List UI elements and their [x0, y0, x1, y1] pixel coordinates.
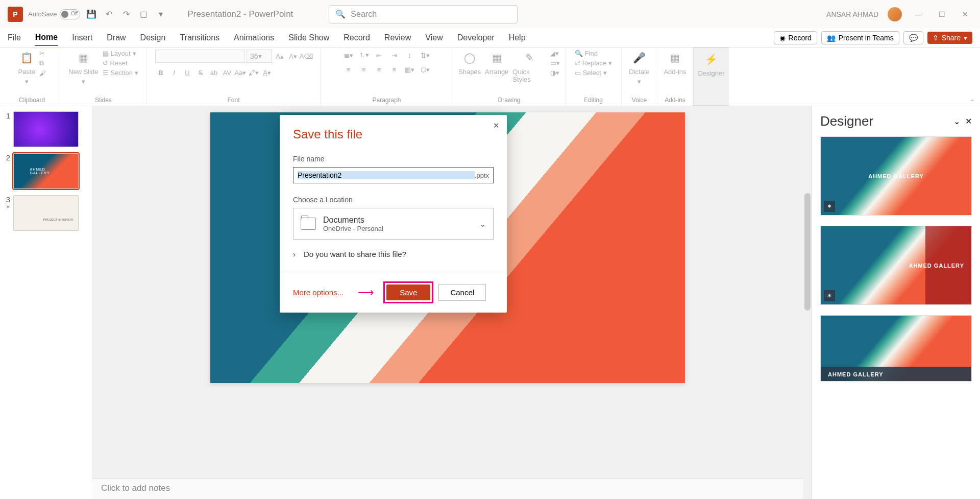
line-spacing-icon[interactable]: ↕ [404, 50, 415, 61]
copy-button[interactable]: ⧉ [39, 59, 46, 67]
user-name[interactable]: ANSAR AHMAD [826, 10, 878, 18]
search-input[interactable]: 🔍 Search [329, 5, 518, 23]
designer-button[interactable]: ⚡Designer [698, 51, 724, 77]
cancel-button[interactable]: Cancel [438, 284, 486, 301]
smartart-icon[interactable]: ⬡▾ [420, 64, 431, 75]
notes-input[interactable]: Click to add notes [92, 479, 803, 499]
tab-developer[interactable]: Developer [457, 30, 495, 45]
thumbnail-row[interactable]: 3 ✶ PROJECT INTERIOR [3, 195, 89, 231]
tab-file[interactable]: File [8, 30, 21, 45]
quick-styles-button[interactable]: ✎Quick Styles [512, 50, 546, 83]
location-picker[interactable]: Documents OneDrive - Personal ⌄ [293, 208, 494, 240]
scroll-thumb[interactable] [804, 193, 811, 311]
autosave-toggle[interactable]: AutoSave [28, 9, 80, 19]
section-button[interactable]: ☰ Section ▾ [103, 69, 138, 77]
new-slide-button[interactable]: ▦New Slide▾ [68, 50, 99, 85]
design-suggestion-2[interactable]: AHMED GALLERY ✶ [820, 226, 972, 305]
minimize-icon[interactable]: — [911, 10, 925, 18]
more-options-link[interactable]: More options... [293, 288, 344, 297]
close-icon[interactable]: ✕ [958, 10, 972, 18]
shape-fill-button[interactable]: ◢▾ [550, 50, 560, 57]
justify-icon[interactable]: ≡ [389, 64, 400, 75]
spacing-button[interactable]: AV [222, 67, 233, 78]
slide-thumbnail-3[interactable]: PROJECT INTERIOR [13, 195, 79, 231]
slide-thumbnail-1[interactable] [13, 111, 79, 147]
comments-button[interactable]: 💬 [903, 31, 923, 44]
cut-button[interactable]: ✂ [39, 50, 46, 57]
indent-inc-icon[interactable]: ⇥ [389, 50, 400, 61]
filename-input[interactable] [298, 171, 475, 179]
toggle-off-icon[interactable] [60, 9, 80, 19]
thumbnail-row[interactable]: 1 [3, 111, 89, 147]
tab-slideshow[interactable]: Slide Show [288, 30, 329, 45]
chevron-down-icon[interactable]: ⌄ [953, 116, 960, 126]
shadow-button[interactable]: ab [208, 67, 219, 78]
close-dialog-icon[interactable]: ✕ [493, 121, 500, 130]
tab-insert[interactable]: Insert [72, 30, 92, 45]
case-button[interactable]: Aa▾ [235, 67, 246, 78]
vertical-scrollbar[interactable] [803, 106, 812, 499]
close-pane-icon[interactable]: ✕ [965, 116, 972, 126]
paste-button[interactable]: 📋Paste▾ [18, 50, 35, 85]
tab-transitions[interactable]: Transitions [180, 30, 219, 45]
save-button[interactable]: Save [386, 284, 430, 300]
share-expander[interactable]: › Do you want to share this file? [293, 250, 494, 258]
italic-button[interactable]: I [168, 67, 180, 78]
record-button[interactable]: ◉ Record [774, 31, 817, 44]
tab-review[interactable]: Review [384, 30, 411, 45]
font-color-button[interactable]: A▾ [261, 67, 273, 78]
save-icon[interactable]: 💾 [85, 9, 97, 19]
find-button[interactable]: 🔍 Find [575, 50, 612, 57]
decrease-font-icon[interactable]: A▾ [287, 51, 299, 62]
align-center-icon[interactable]: ≡ [358, 64, 370, 75]
undo-icon[interactable]: ↶ [103, 9, 115, 19]
numbering-icon[interactable]: ⒈▾ [358, 50, 370, 61]
slideshow-icon[interactable]: ▢ [137, 9, 150, 19]
font-size-combo[interactable]: 36▾ [247, 50, 272, 63]
collapse-ribbon-icon[interactable]: ⌄ [970, 96, 975, 103]
filename-field[interactable]: .pptx [293, 167, 494, 183]
redo-icon[interactable]: ↷ [120, 9, 132, 19]
qat-more-icon[interactable]: ▾ [155, 9, 167, 19]
present-teams-button[interactable]: 👥 Present in Teams [821, 31, 899, 44]
arrange-button[interactable]: ▦Arrange [485, 50, 508, 76]
strike-button[interactable]: S̶ [195, 67, 206, 78]
align-right-icon[interactable]: ≡ [374, 64, 385, 75]
text-direction-icon[interactable]: ⇅▾ [420, 50, 431, 61]
columns-icon[interactable]: ▥▾ [404, 64, 415, 75]
design-suggestion-1[interactable]: AHMED GALLERY ✶ [820, 136, 972, 216]
addins-button[interactable]: ▦Add-ins [664, 50, 686, 76]
dictate-button[interactable]: 🎤Dictate▾ [629, 50, 649, 85]
file-extension[interactable]: .pptx [475, 172, 489, 179]
design-suggestion-3[interactable]: AHMED GALLERY [820, 315, 972, 382]
clear-format-icon[interactable]: A⌫ [301, 51, 312, 62]
tab-help[interactable]: Help [509, 30, 526, 45]
thumbnail-row[interactable]: 2 AHMED GALLERY [3, 153, 89, 189]
align-left-icon[interactable]: ≡ [343, 64, 354, 75]
select-button[interactable]: ▭ Select ▾ [575, 69, 612, 77]
font-family-combo[interactable] [155, 50, 244, 63]
shapes-button[interactable]: ◯Shapes [458, 50, 481, 76]
replace-button[interactable]: ⇄ Replace ▾ [575, 59, 612, 67]
share-button[interactable]: ⇪ Share ▾ [927, 32, 972, 44]
tab-design[interactable]: Design [140, 30, 166, 45]
avatar[interactable] [888, 7, 902, 21]
indent-dec-icon[interactable]: ⇤ [374, 50, 385, 61]
tab-view[interactable]: View [425, 30, 443, 45]
maximize-icon[interactable]: ☐ [935, 10, 949, 18]
reset-button[interactable]: ↺ Reset [103, 59, 138, 67]
tab-record[interactable]: Record [344, 30, 370, 45]
highlight-button[interactable]: 🖍▾ [248, 67, 259, 78]
slide-thumbnail-2[interactable]: AHMED GALLERY [13, 153, 79, 189]
tab-draw[interactable]: Draw [107, 30, 126, 45]
tab-animations[interactable]: Animations [234, 30, 274, 45]
shape-outline-button[interactable]: ▭▾ [550, 59, 560, 67]
bold-button[interactable]: B [155, 67, 166, 78]
layout-button[interactable]: ▤ Layout ▾ [103, 50, 138, 57]
format-painter-button[interactable]: 🖌 [39, 69, 46, 77]
shape-effects-button[interactable]: ◑▾ [550, 69, 560, 77]
bullets-icon[interactable]: ≣▾ [343, 50, 354, 61]
underline-button[interactable]: U [182, 67, 193, 78]
increase-font-icon[interactable]: A▴ [274, 51, 285, 62]
tab-home[interactable]: Home [35, 30, 58, 46]
